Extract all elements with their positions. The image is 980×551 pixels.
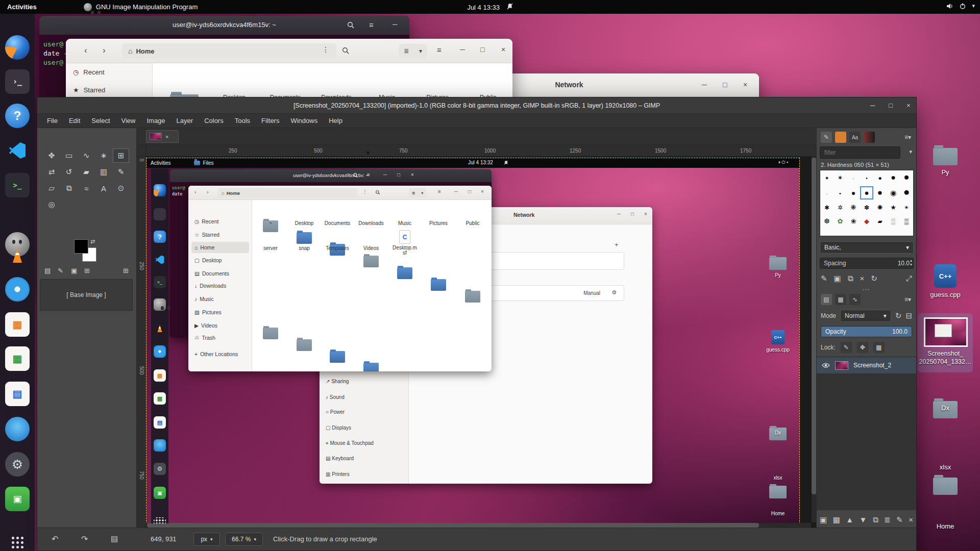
menu-view[interactable]: View: [116, 117, 141, 124]
sidebar-item-starred[interactable]: ★Starred: [66, 81, 152, 99]
folder-icon[interactable]: [933, 148, 958, 165]
desktop-icon-label[interactable]: guess.cpp: [920, 291, 971, 298]
maximize-button[interactable]: □: [889, 102, 893, 109]
tool-transform-icon[interactable]: ⇄: [43, 165, 60, 179]
unit-dropdown[interactable]: px▾: [193, 533, 220, 546]
edit-brush-icon[interactable]: ✎: [821, 274, 827, 283]
help-icon[interactable]: ?: [5, 104, 30, 128]
folder-icon[interactable]: [933, 478, 958, 495]
zoom-dropdown[interactable]: 66.7 %▾: [225, 533, 263, 546]
spacing-value[interactable]: 10.0: [898, 260, 910, 267]
fonts-tab-icon[interactable]: Aa: [849, 132, 861, 143]
mask-layer-icon[interactable]: ✎: [896, 515, 903, 524]
delete-layer-icon[interactable]: ×: [909, 515, 913, 524]
canvas-viewport[interactable]: Activities Files Jul 4 13:32 🕨 ⏻ ▾ ? >_: [146, 157, 816, 528]
switch-mode-group-icon[interactable]: ↻: [895, 311, 902, 320]
brush-filter-chevron-icon[interactable]: ▾: [909, 148, 912, 155]
tool-clone-icon[interactable]: ⧉: [61, 181, 77, 195]
merge-layer-icon[interactable]: ≣: [884, 515, 891, 524]
tool-crop-icon[interactable]: ⊞: [113, 148, 129, 163]
terminal-purple-icon[interactable]: ›_: [5, 69, 30, 94]
view-options-chevron-icon[interactable]: ▾: [419, 47, 422, 55]
vlc-icon[interactable]: [5, 243, 30, 268]
history-icon[interactable]: ▤: [111, 534, 118, 543]
new-brush-icon[interactable]: ▣: [834, 274, 841, 283]
minimize-button[interactable]: ─: [460, 45, 465, 54]
desktop-icon-label[interactable]: Dx: [920, 404, 971, 412]
screenshot-thumbnail-icon[interactable]: [924, 317, 968, 347]
maximize-button[interactable]: □: [480, 45, 484, 54]
minimize-button[interactable]: ─: [702, 81, 707, 89]
terminal-icon[interactable]: >_: [5, 173, 30, 197]
desktop-icon-label[interactable]: Py: [920, 168, 971, 176]
device-status-tab-icon[interactable]: ✎: [58, 267, 63, 274]
opacity-slider[interactable]: Opacity 100.0: [821, 326, 912, 337]
menu-colors[interactable]: Colors: [199, 117, 229, 124]
tool-pencil-icon[interactable]: ✎: [113, 165, 129, 179]
tool-eraser-icon[interactable]: ▱: [43, 181, 60, 195]
brush-filter-input[interactable]: [820, 146, 900, 159]
spacing-stepper[interactable]: ▴▾: [910, 259, 912, 267]
tool-smudge-icon[interactable]: ≈: [78, 181, 94, 195]
dock-menu-icon[interactable]: ≡▾: [904, 134, 911, 141]
raise-layer-icon[interactable]: ▲: [846, 515, 853, 524]
files-toolbar[interactable]: ‹ › ⌂ Home ⋮ ≣▾ ≡ ─ □ ×: [66, 39, 512, 63]
menu-filters[interactable]: Filters: [256, 117, 285, 124]
horizontal-ruler[interactable]: 250 500 750 1000 1250 1500 1750 ▼: [146, 145, 816, 157]
search-icon[interactable]: [341, 46, 350, 55]
lock-pixels-icon[interactable]: ✎: [841, 342, 852, 353]
minimize-button[interactable]: ─: [870, 102, 875, 109]
clock[interactable]: Jul 4 13:33: [467, 4, 500, 11]
layer-visibility-eye-icon[interactable]: [822, 362, 830, 368]
back-button[interactable]: ‹: [84, 45, 87, 56]
default-mode-icon[interactable]: ⊟: [905, 311, 912, 320]
package-manager-icon[interactable]: ▣: [5, 487, 30, 511]
menu-file[interactable]: File: [41, 117, 63, 124]
menu-windows[interactable]: Windows: [285, 117, 323, 124]
brushes-tab-icon[interactable]: ✎: [821, 132, 832, 143]
tool-fuzzy-select-icon[interactable]: ∗: [95, 148, 112, 163]
redo-icon[interactable]: ↷: [81, 534, 88, 544]
gradients-tab-icon[interactable]: [864, 132, 875, 143]
new-group-icon[interactable]: ▦: [833, 515, 840, 524]
firefox-icon[interactable]: [5, 35, 30, 60]
tool-text-icon[interactable]: A: [95, 181, 112, 195]
list-view-icon[interactable]: ≣: [404, 47, 409, 55]
menu-edit[interactable]: Edit: [63, 117, 86, 124]
menu-layer[interactable]: Layer: [171, 117, 199, 124]
menu-tools[interactable]: Tools: [229, 117, 256, 124]
brush-category-dropdown[interactable]: Basic,▾: [820, 241, 914, 254]
path-bar[interactable]: ⌂ Home: [122, 43, 336, 59]
software-icon[interactable]: [5, 417, 30, 441]
fg-color-swatch[interactable]: [74, 239, 88, 254]
dock-splitter[interactable]: •••: [817, 287, 916, 292]
swap-colors-icon[interactable]: ⇄: [90, 238, 95, 245]
tool-rotate-icon[interactable]: ↺: [61, 165, 77, 179]
media-player-icon[interactable]: [5, 277, 30, 302]
images-tab-icon[interactable]: ⊞: [84, 267, 90, 274]
menu-select[interactable]: Select: [86, 117, 115, 124]
tool-free-select-icon[interactable]: ∿: [78, 148, 94, 163]
terminal-titlebar[interactable]: user@iv-yds6oxrdvkcva4f6m15v: ~ ≡ ─ □ ×: [39, 16, 409, 35]
channels-tab-icon[interactable]: ▦: [835, 294, 846, 305]
patterns-tab-icon[interactable]: [835, 132, 846, 143]
close-button[interactable]: ×: [501, 45, 505, 54]
maximize-button[interactable]: □: [723, 81, 727, 89]
undo-icon[interactable]: ↶: [52, 534, 58, 544]
calc-icon[interactable]: ▦: [5, 346, 30, 371]
duplicate-brush-icon[interactable]: ⧉: [848, 274, 853, 283]
refresh-brushes-icon[interactable]: ↻: [871, 274, 877, 283]
tool-gradient-icon[interactable]: ▥: [95, 165, 112, 179]
delete-brush-icon[interactable]: ×: [860, 274, 864, 283]
vertical-ruler[interactable]: 0 250 500 750 1000: [137, 157, 146, 528]
view-toggle[interactable]: ≣▾: [399, 44, 427, 58]
layer-row[interactable]: Screenshot_2: [817, 357, 916, 373]
brush-grid[interactable]: ✦✶·•●●● ·•●●●◉● ✱✲❋✽✺★✴ ❆✿❀◆▰░▒: [820, 170, 914, 236]
system-tray[interactable]: ▾: [946, 3, 975, 9]
app-grid-icon[interactable]: [5, 530, 30, 551]
tool-zoom-icon[interactable]: ◎: [43, 197, 60, 212]
undo-history-tab-icon[interactable]: ▣: [71, 267, 77, 274]
gimp-titlebar[interactable]: [Screenshot_20250704_133200] (imported)-…: [37, 97, 916, 114]
search-icon[interactable]: [347, 21, 355, 29]
tool-move-icon[interactable]: ✥: [43, 148, 60, 163]
